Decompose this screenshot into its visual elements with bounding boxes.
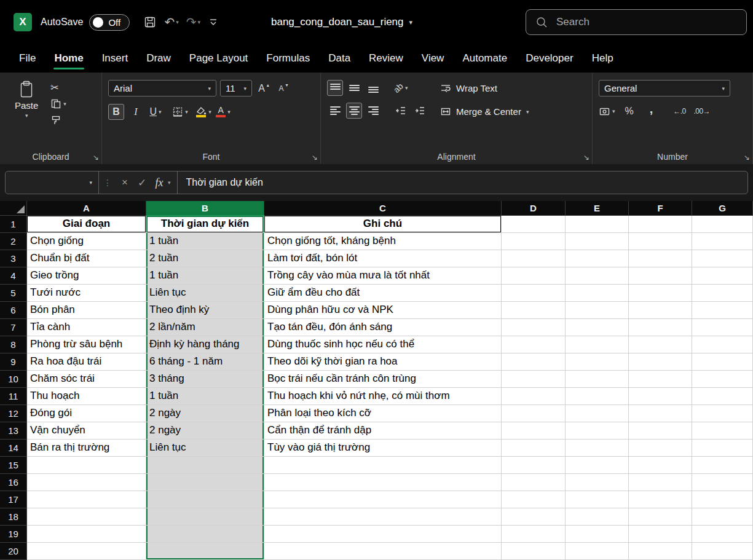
orientation-button[interactable]: ab ▾	[393, 80, 409, 96]
cell-D7[interactable]	[502, 319, 566, 336]
row-header-5[interactable]: 5	[0, 285, 27, 302]
row-header-15[interactable]: 15	[0, 457, 27, 474]
cell-F5[interactable]	[629, 285, 692, 302]
cell-F9[interactable]	[629, 353, 692, 371]
search-input[interactable]: Search	[526, 9, 747, 35]
redo-button[interactable]: ↷ ▾	[186, 15, 200, 30]
cell-F12[interactable]	[629, 405, 692, 422]
cell-G2[interactable]	[692, 233, 753, 250]
cell-F11[interactable]	[629, 388, 692, 405]
middle-align-button[interactable]	[346, 80, 362, 96]
cell-G5[interactable]	[692, 285, 753, 302]
name-box[interactable]: ▾	[6, 172, 99, 194]
cell-D5[interactable]	[502, 285, 566, 302]
underline-button[interactable]: U ▾	[148, 104, 164, 120]
cell-G17[interactable]	[692, 491, 753, 508]
row-header-8[interactable]: 8	[0, 336, 27, 353]
cell-F15[interactable]	[629, 457, 692, 474]
cell-A14[interactable]: Bán ra thị trường	[27, 440, 146, 457]
cell-A12[interactable]: Đóng gói	[27, 405, 146, 422]
cell-B1[interactable]: Thời gian dự kiến	[146, 216, 264, 233]
cell-G8[interactable]	[692, 336, 753, 353]
cell-G14[interactable]	[692, 440, 753, 457]
cell-A8[interactable]: Phòng trừ sâu bệnh	[27, 336, 146, 353]
cell-F18[interactable]	[629, 508, 692, 526]
paste-button[interactable]: Paste ▾	[11, 80, 42, 127]
comma-style-button[interactable]: ,	[644, 101, 660, 117]
cell-E19[interactable]	[566, 526, 629, 543]
cell-D8[interactable]	[502, 336, 566, 353]
formula-input[interactable]: Thời gian dự kiến	[180, 177, 263, 188]
cell-F20[interactable]	[629, 543, 692, 560]
copy-button[interactable]: ▾	[50, 98, 66, 110]
undo-button[interactable]: ↶ ▾	[164, 15, 178, 30]
cell-A17[interactable]	[27, 491, 146, 508]
cell-A10[interactable]: Chăm sóc trái	[27, 371, 146, 388]
select-all-button[interactable]	[0, 201, 27, 216]
cell-B13[interactable]: 2 ngày	[146, 422, 264, 440]
cell-G15[interactable]	[692, 457, 753, 474]
cell-F14[interactable]	[629, 440, 692, 457]
cell-G4[interactable]	[692, 267, 753, 285]
tab-home[interactable]: Home	[45, 44, 92, 73]
cell-C16[interactable]	[264, 474, 502, 491]
row-header-20[interactable]: 20	[0, 543, 27, 560]
cell-D4[interactable]	[502, 267, 566, 285]
wrap-text-button[interactable]: Wrap Text	[440, 80, 529, 97]
cell-A20[interactable]	[27, 543, 146, 560]
cell-F3[interactable]	[629, 250, 692, 267]
cell-E16[interactable]	[566, 474, 629, 491]
formula-bar-drag-handle[interactable]: ⋮	[103, 178, 112, 187]
cell-D15[interactable]	[502, 457, 566, 474]
row-header-9[interactable]: 9	[0, 353, 27, 371]
cell-D3[interactable]	[502, 250, 566, 267]
cell-B14[interactable]: Liên tục	[146, 440, 264, 457]
tab-developer[interactable]: Developer	[516, 44, 583, 73]
cell-D10[interactable]	[502, 371, 566, 388]
column-header-a[interactable]: A	[27, 201, 146, 216]
cell-D12[interactable]	[502, 405, 566, 422]
cell-E3[interactable]	[566, 250, 629, 267]
cell-A15[interactable]	[27, 457, 146, 474]
cell-G13[interactable]	[692, 422, 753, 440]
cell-G9[interactable]	[692, 353, 753, 371]
cell-G16[interactable]	[692, 474, 753, 491]
bold-button[interactable]: B	[108, 104, 124, 120]
decrease-indent-button[interactable]	[393, 103, 409, 119]
cell-E6[interactable]	[566, 302, 629, 319]
cell-G12[interactable]	[692, 405, 753, 422]
autosave-toggle[interactable]: Off	[89, 14, 130, 31]
cell-F17[interactable]	[629, 491, 692, 508]
cell-G20[interactable]	[692, 543, 753, 560]
cell-D16[interactable]	[502, 474, 566, 491]
increase-indent-button[interactable]	[412, 103, 428, 119]
cell-C3[interactable]: Làm tơi đất, bón lót	[264, 250, 502, 267]
cell-B17[interactable]	[146, 491, 264, 508]
cell-B18[interactable]	[146, 508, 264, 526]
font-name-select[interactable]: Arial ▾	[108, 80, 216, 97]
cell-A2[interactable]: Chọn giống	[27, 233, 146, 250]
cell-A13[interactable]: Vận chuyển	[27, 422, 146, 440]
cell-E9[interactable]	[566, 353, 629, 371]
row-header-3[interactable]: 3	[0, 250, 27, 267]
cell-E4[interactable]	[566, 267, 629, 285]
row-header-2[interactable]: 2	[0, 233, 27, 250]
cancel-button[interactable]: ×	[116, 176, 133, 189]
tab-file[interactable]: File	[10, 44, 45, 73]
decrease-decimal-button[interactable]: .00→	[694, 103, 711, 119]
cell-C12[interactable]: Phân loại theo kích cỡ	[264, 405, 502, 422]
cell-G19[interactable]	[692, 526, 753, 543]
tab-review[interactable]: Review	[360, 44, 412, 73]
cell-B12[interactable]: 2 ngày	[146, 405, 264, 422]
cell-E13[interactable]	[566, 422, 629, 440]
cell-F10[interactable]	[629, 371, 692, 388]
number-format-select[interactable]: General ▾	[599, 80, 730, 97]
increase-decimal-button[interactable]: ←.0	[672, 103, 688, 119]
cell-F2[interactable]	[629, 233, 692, 250]
cell-D17[interactable]	[502, 491, 566, 508]
cell-C10[interactable]: Bọc trái nếu cần tránh côn trùng	[264, 371, 502, 388]
customize-toolbar-button[interactable]	[208, 17, 219, 28]
cell-F8[interactable]	[629, 336, 692, 353]
row-header-10[interactable]: 10	[0, 371, 27, 388]
fill-color-button[interactable]: ▾	[195, 104, 211, 120]
